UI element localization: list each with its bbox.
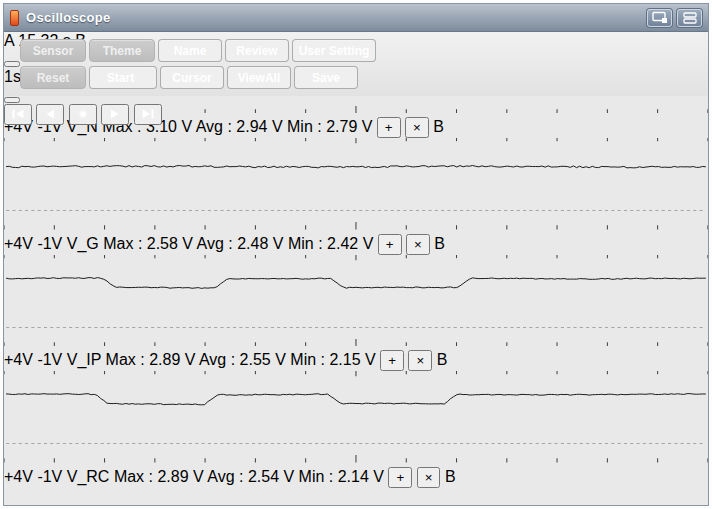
channel-avg: Avg : 2.55 V: [199, 351, 286, 368]
channel-close-button[interactable]: ×: [406, 234, 430, 255]
toolbar-row-1: Sensor Theme Name Review User Setting: [20, 39, 376, 62]
channel-name: V_G: [67, 235, 99, 252]
channel-avg: Avg : 2.54 V: [207, 468, 294, 485]
time-window-increase-button[interactable]: [4, 97, 20, 103]
name-button[interactable]: Name: [158, 39, 222, 62]
cursor-b-label: B: [437, 351, 448, 368]
toolbar: Sensor Theme Name Review User Setting Re…: [4, 32, 708, 96]
y-max-label: +4V: [4, 351, 33, 368]
titlebar: Oscilloscope: [4, 4, 708, 32]
channel-zoom-button[interactable]: +: [388, 467, 412, 488]
y-max-label: +4V: [4, 235, 33, 252]
start-button-label: Start: [107, 71, 134, 85]
transport-skip-end-button[interactable]: [134, 104, 162, 125]
save-button[interactable]: Save: [294, 66, 358, 89]
channel-panel-V_G: +4V -1V V_G Max : 2.58 V Avg : 2.48 V Mi…: [4, 138, 708, 254]
channel-max: Max : 2.89 V: [114, 468, 204, 485]
user-setting-button[interactable]: User Setting: [292, 39, 376, 62]
play-icon: [109, 109, 121, 119]
channel-zoom-button[interactable]: +: [380, 350, 404, 371]
stop-icon: [77, 109, 89, 119]
transport-skip-start-button[interactable]: [4, 104, 32, 125]
transport-controls: [4, 104, 708, 125]
channel-panel-V_RC: +4V -1V V_RC Max : 2.89 V Avg : 2.54 V M…: [4, 371, 708, 487]
channel-panel-V_IP: +4V -1V V_IP Max : 2.89 V Avg : 2.55 V M…: [4, 255, 708, 371]
channel-name: V_IP: [67, 351, 101, 368]
review-button[interactable]: Review: [225, 39, 289, 62]
sensor-button[interactable]: Sensor: [20, 39, 86, 62]
display-mode-button[interactable]: [647, 9, 672, 27]
marker-a-label: A: [4, 32, 14, 49]
window-title: Oscilloscope: [26, 10, 111, 25]
viewall-button[interactable]: ViewAll: [227, 66, 291, 89]
y-max-label: +4V: [4, 468, 33, 485]
channel-avg: Avg : 2.48 V: [197, 235, 284, 252]
monitor-icon: [652, 11, 668, 24]
skip-end-icon: [142, 109, 154, 119]
channel-zoom-button[interactable]: +: [378, 234, 402, 255]
waveform-plot: [4, 371, 708, 462]
channel-max: Max : 2.89 V: [106, 351, 196, 368]
reset-button[interactable]: Reset: [20, 66, 86, 89]
start-button[interactable]: Start: [89, 66, 157, 89]
skip-start-icon: [12, 109, 24, 119]
transport-play-button[interactable]: [101, 104, 129, 125]
cursor-b-label: B: [445, 468, 456, 485]
waveform-plot: [4, 255, 708, 346]
window-layout-button[interactable]: [677, 9, 702, 27]
y-min-label: -1V: [37, 351, 62, 368]
channel-max: Max : 2.58 V: [103, 235, 193, 252]
step-back-icon: [44, 109, 56, 119]
titlebar-buttons: [647, 9, 702, 27]
channel-min: Min : 2.15 V: [290, 351, 375, 368]
transport-stop-button[interactable]: [69, 104, 97, 125]
channel-min: Min : 2.42 V: [288, 235, 373, 252]
time-window-decrease-button[interactable]: [4, 61, 20, 67]
cursor-button[interactable]: Cursor: [160, 66, 224, 89]
toolbar-button-rows: Sensor Theme Name Review User Setting Re…: [20, 39, 376, 93]
channel-close-button[interactable]: ×: [408, 350, 432, 371]
oscilloscope-window: Oscilloscope Sensor Theme Name Review Us…: [3, 3, 709, 506]
channel-min: Min : 2.14 V: [299, 468, 384, 485]
stacked-bars-icon: [683, 12, 697, 24]
cursor-b-label: B: [434, 235, 445, 252]
channel-close-button[interactable]: ×: [417, 467, 441, 488]
toolbar-row-2: Reset Start Cursor ViewAll Save: [20, 66, 376, 89]
waveform-plot: [4, 138, 708, 229]
app-icon: [10, 10, 19, 26]
y-min-label: -1V: [37, 468, 62, 485]
theme-button[interactable]: Theme: [89, 39, 155, 62]
y-min-label: -1V: [37, 235, 62, 252]
channel-name: V_RC: [67, 468, 110, 485]
transport-step-back-button[interactable]: [36, 104, 64, 125]
